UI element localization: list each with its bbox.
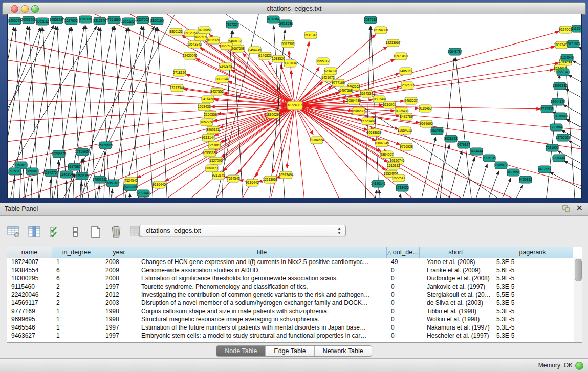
graph-edge [569, 141, 581, 176]
table-cell: 1 [52, 258, 101, 266]
graph-node-label: 10807487 [372, 97, 387, 101]
network-canvas[interactable]: 1872400788601238912954182260589827509818… [7, 14, 582, 198]
graph-edge [180, 105, 295, 198]
tab-edge-table[interactable]: Edge Table [266, 346, 314, 356]
table-cell: 0 [387, 299, 420, 307]
graph-edge [129, 28, 140, 198]
float-panel-icon[interactable] [562, 204, 570, 212]
graph-node-label: 15751074 [566, 42, 581, 46]
graph-node-label: 3624534 [360, 92, 373, 95]
table-row[interactable]: 1456911722003Disruption of a novel membe… [7, 299, 574, 307]
graph-node-label: 20031406 [21, 18, 36, 21]
column-header-in_degree[interactable]: in_degree [52, 247, 101, 258]
memory-status-indicator[interactable] [575, 362, 583, 370]
table-cell: 9463627 [7, 332, 52, 340]
graph-node-label: 19384554 [310, 138, 324, 142]
table-row[interactable]: 1938455462009Genome-wide association stu… [7, 266, 574, 274]
graph-node-label: 12213344 [170, 86, 185, 90]
table-row[interactable]: 946554611997Estimation of the future num… [7, 323, 574, 332]
column-header-name[interactable]: name [7, 247, 52, 258]
graph-edge [505, 185, 523, 198]
table-cell: 0 [387, 274, 420, 282]
graph-edge [417, 137, 435, 198]
table-row[interactable]: 977716911998Corpus callosum shape and si… [7, 307, 574, 315]
table-cell: 9115460 [7, 282, 52, 291]
delete-trash-icon[interactable] [110, 225, 123, 238]
table-cell: 2009 [101, 266, 137, 274]
vertical-scrollbar[interactable] [574, 258, 582, 342]
graph-node-label: 2935135 [483, 156, 496, 160]
table-cell: 9465546 [7, 323, 52, 332]
graph-node-label: 9224003 [559, 28, 572, 31]
graph-node-label: 9313145 [212, 173, 225, 177]
tab-node-table[interactable]: Node Table [216, 346, 266, 356]
table-cell: Investigating the contribution of common… [137, 291, 387, 299]
select-columns-button[interactable] [28, 225, 41, 238]
table-row[interactable]: 911546021997Tourette syndrome. Phenomeno… [7, 282, 574, 291]
table-row[interactable]: 1830029562008Estimation of significance … [7, 274, 574, 282]
close-panel-icon[interactable]: ✕ [576, 204, 583, 212]
graph-node-label: 7524542 [124, 179, 138, 182]
select-rows-button[interactable] [48, 225, 61, 238]
table-cell: 6 [52, 266, 101, 274]
graph-edge [295, 105, 553, 198]
table-cell: Nakamura et al. (1997) [420, 323, 492, 332]
table-cell: 1 [52, 332, 101, 340]
graph-node-label: 1527002 [136, 18, 149, 21]
column-header-title[interactable]: title [137, 247, 387, 258]
graph-node-label: 19218586 [278, 21, 293, 25]
scrollbar-thumb[interactable] [575, 259, 582, 281]
column-header-year[interactable]: year [101, 247, 137, 258]
graph-node-label: 8860160 [150, 19, 164, 23]
row-height-button[interactable] [69, 225, 82, 238]
column-header-pagerank[interactable]: pagerank [492, 247, 573, 258]
table-row[interactable]: 2242004622012Investigating the contribut… [7, 291, 574, 299]
graph-node-label: 12923448 [136, 191, 151, 195]
graph-node-label: 5572301 [281, 42, 295, 46]
new-table-icon[interactable] [89, 225, 102, 238]
graph-node-label: 7485063 [399, 69, 412, 73]
graph-edge [86, 26, 97, 198]
table-cell: Dudbridge et al. (2008) [420, 274, 492, 282]
memory-status-label: Memory: OK [538, 362, 573, 369]
graph-node-label: 18724007 [288, 103, 302, 107]
table-row[interactable]: 969969511998Structural magnetic resonanc… [7, 315, 574, 323]
graph-node-label: 8955812 [36, 19, 49, 23]
table-panel-title: Table Panel [5, 205, 38, 212]
graph-node-label: 1588520 [272, 57, 285, 60]
table-row[interactable]: 946362711997Embryonic stem cells: a mode… [7, 332, 574, 340]
column-header-out_de[interactable]: △out_de… [387, 247, 420, 258]
table-cell: 0 [387, 282, 420, 291]
graph-node-label: 12213968 [263, 178, 278, 181]
graph-node-label: 10543342 [187, 42, 202, 46]
table-panel: Table Panel ✕ [0, 203, 588, 372]
table-selector-dropdown[interactable]: citations_edges.txt ▲▼ [139, 225, 346, 236]
graph-node-label: 8860161 [205, 166, 219, 170]
graph-edge [573, 61, 581, 96]
graph-node-label: 8427553 [538, 167, 551, 171]
column-header-short[interactable]: short [420, 247, 492, 258]
graph-node-label: 2667608 [231, 47, 245, 50]
table-cell: 5.3E-5 [492, 299, 573, 307]
table-settings-button[interactable] [7, 225, 20, 238]
graph-node-label: 8130364 [267, 17, 280, 21]
tab-network-table[interactable]: Network Table [315, 346, 372, 356]
graph-node-label: 9136448 [552, 156, 565, 160]
graph-edge [8, 31, 295, 105]
table-row[interactable]: 1872400712008Changes of HCN gene express… [7, 258, 574, 266]
graph-node-label: 8186328 [207, 38, 220, 42]
graph-node-label: 6479197 [457, 143, 470, 146]
graph-node-label: 1615132 [387, 164, 400, 167]
table-cell: 1997 [101, 282, 137, 291]
graph-edge [295, 105, 398, 129]
graph-edge [550, 172, 581, 198]
graph-node-label: 9322034 [284, 61, 297, 65]
table-cell: 0 [387, 291, 420, 299]
graph-node-label: 9463627 [404, 99, 418, 102]
window-titlebar[interactable]: citations_edges.txt [2, 2, 586, 15]
graph-node-label: 9242848 [219, 64, 232, 68]
network-window-frame: citations_edges.txt 18724007886012389129… [0, 0, 588, 203]
graph-node-label: 2087682 [364, 18, 377, 21]
table-cell: Tourette syndrome. Phenomenology and cla… [137, 282, 387, 291]
table-cell: 1998 [101, 315, 137, 323]
